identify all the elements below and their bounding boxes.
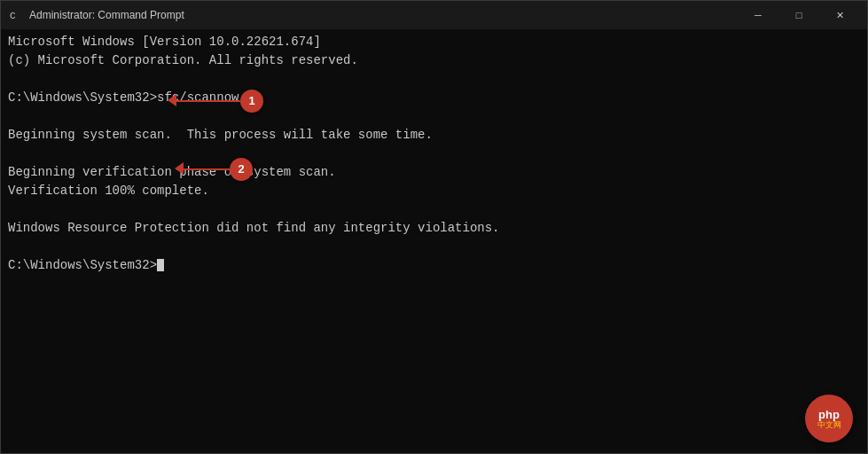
annotation-2: 2 [230,158,253,181]
arrow-tip-2 [175,162,184,175]
close-button[interactable]: ✕ [819,1,860,29]
terminal-blank [8,200,860,219]
title-bar-controls: ─ □ ✕ [738,1,860,29]
arrow-tip-1 [168,94,176,106]
annotation-bubble-2: 2 [230,158,253,181]
maximize-button[interactable]: □ [778,1,819,29]
terminal-body[interactable]: Microsoft Windows [Version 10.0.22621.67… [1,29,867,453]
minimize-button[interactable]: ─ [738,1,778,29]
title-bar: C Administrator: Command Prompt ─ □ ✕ [1,1,867,29]
watermark-brand: php [818,409,840,420]
cmd-window: C Administrator: Command Prompt ─ □ ✕ Mi… [0,0,868,454]
title-bar-left: C Administrator: Command Prompt [8,8,184,22]
arrow-line-2 [176,168,230,170]
terminal-blank [8,107,860,126]
terminal-output-verify-start: Beginning verification phase of system s… [8,163,860,182]
annotation-bubble-1: 1 [240,90,263,113]
watermark-site: 中文网 [817,421,841,429]
terminal-output-result: Windows Resource Protection did not find… [8,219,860,238]
svg-text:C: C [10,11,16,21]
php-watermark: php 中文网 [805,395,853,442]
terminal-prompt: C:\Windows\System32> [8,256,860,275]
terminal-output-verify-done: Verification 100% complete. [8,182,860,200]
annotation-1: 1 [240,90,263,113]
terminal-blank [8,70,860,89]
cmd-icon: C [8,8,22,22]
terminal-blank [8,238,860,256]
terminal-blank [8,145,860,163]
cursor-block [157,259,164,271]
window-title: Administrator: Command Prompt [29,9,184,21]
terminal-command-line: C:\Windows\System32>sfc/scannow [8,89,860,107]
terminal-line: Microsoft Windows [Version 10.0.22621.67… [8,33,860,51]
terminal-line: (c) Microsoft Corporation. All rights re… [8,51,860,70]
arrow-line-1 [169,100,240,102]
terminal-output-scan: Beginning system scan. This process will… [8,126,860,145]
